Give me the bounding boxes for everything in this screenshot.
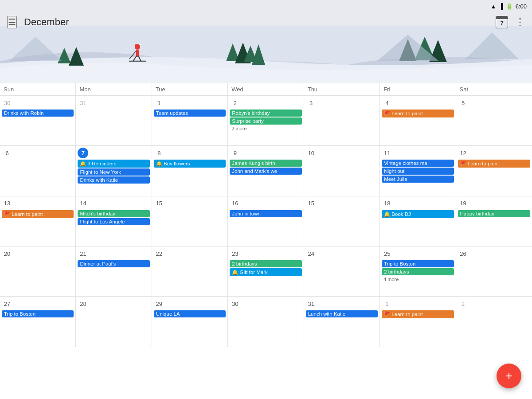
status-icons: ▲ ▐ 🔋 6:00 <box>491 3 527 10</box>
day-number: 15 <box>154 198 164 209</box>
day-number: 5 <box>458 98 469 108</box>
day-headers: SunMonTueWedThuFriSat <box>0 83 532 96</box>
day-number: 30 <box>2 98 12 108</box>
calendar-event[interactable]: 🔔 Book DJ <box>382 210 454 218</box>
day-cell[interactable]: 19Happy birthday! <box>456 196 532 246</box>
calendar-event[interactable]: John and Mark's we <box>230 168 301 175</box>
day-cell[interactable]: 24 <box>304 246 380 297</box>
day-cell[interactable]: 7🔔 3 RemindersFlight to New YorkDrinks w… <box>76 146 152 196</box>
calendar-event[interactable]: 🔔 3 Reminders <box>78 160 149 168</box>
day-cell[interactable]: 25Trip to Boston2 birthdays4 more <box>380 246 456 297</box>
day-cell[interactable]: 14Mitch's birthdayFlight to Los Angele <box>76 196 152 246</box>
calendar-event[interactable]: Flight to New York <box>78 168 149 176</box>
calendar-event[interactable]: 🚩 Learn to paint <box>2 210 74 218</box>
calendar-header: ☰ December 7 ⋮ <box>0 12 532 83</box>
calendar-event[interactable]: 🚩 Learn to paint <box>458 160 530 168</box>
day-cell[interactable]: 15 <box>304 196 380 246</box>
day-number: 21 <box>78 248 88 259</box>
day-number: 3 <box>306 98 317 108</box>
day-cell[interactable]: 1Team updates <box>152 96 228 146</box>
calendar-event[interactable]: Robyn's birthday <box>230 110 301 117</box>
more-events-link[interactable]: 2 more <box>230 125 301 132</box>
menu-button[interactable]: ☰ <box>7 16 17 28</box>
day-cell[interactable]: 3 <box>304 96 380 146</box>
calendar-event[interactable]: Vintage clothes ma <box>382 160 454 167</box>
calendar-event[interactable]: Team updates <box>154 110 226 117</box>
day-cell[interactable]: 31Lunch with Katie <box>304 297 380 347</box>
day-cell[interactable]: 10 <box>304 146 380 196</box>
day-cell[interactable]: 1🚩 Learn to paint <box>380 297 456 347</box>
day-cell[interactable]: 31 <box>76 96 152 146</box>
day-cell[interactable]: 28 <box>76 297 152 347</box>
calendar-event[interactable]: Drinks with Katie <box>78 176 149 184</box>
day-number: 31 <box>306 298 317 309</box>
calendar-event[interactable]: Night out <box>382 168 454 175</box>
day-header-sat: Sat <box>456 83 532 95</box>
day-cell[interactable]: 11Vintage clothes maNight outMeet Julia <box>380 146 456 196</box>
day-cell[interactable]: 29Unique LA <box>152 297 228 347</box>
calendar-event[interactable]: Dinner at Paul's <box>78 260 149 267</box>
calendar-event[interactable]: 🔔 Buy flowers <box>154 160 226 168</box>
day-number: 27 <box>2 298 12 309</box>
day-cell[interactable]: 2 <box>456 297 532 347</box>
day-number: 11 <box>382 148 392 158</box>
calendar-event[interactable]: 2 birthdays <box>382 268 454 275</box>
day-number: 20 <box>2 248 12 259</box>
overflow-menu-button[interactable]: ⋮ <box>515 16 525 28</box>
day-cell[interactable]: 30 <box>228 297 304 347</box>
day-cell[interactable]: 27Trip to Boston <box>0 297 76 347</box>
day-cell[interactable]: 9James Kung's birthJohn and Mark's we <box>228 146 304 196</box>
calendar-event[interactable]: 🚩 Learn to paint <box>382 310 454 318</box>
day-cell[interactable]: 20 <box>0 246 76 297</box>
day-cell[interactable]: 8🔔 Buy flowers <box>152 146 228 196</box>
day-number: 31 <box>78 98 88 108</box>
day-cell[interactable]: 12🚩 Learn to paint <box>456 146 532 196</box>
day-cell[interactable]: 6 <box>0 146 76 196</box>
calendar-event[interactable]: 🔔 Gift for Mark <box>230 268 301 276</box>
calendar-day-button[interactable]: 7 <box>496 16 508 28</box>
calendar-event[interactable]: Mitch's birthday <box>78 210 149 217</box>
day-cell[interactable]: 15 <box>152 196 228 246</box>
day-cell[interactable]: 2Robyn's birthdaySurprise party2 more <box>228 96 304 146</box>
more-events-link[interactable]: 4 more <box>382 276 454 282</box>
wifi-icon: ▲ <box>491 3 497 10</box>
signal-icon: ▐ <box>499 3 503 10</box>
add-event-fab[interactable]: + <box>497 364 521 388</box>
day-cell[interactable]: 21Dinner at Paul's <box>76 246 152 297</box>
calendar-event[interactable]: Meet Julia <box>382 176 454 183</box>
calendar-event[interactable]: Trip to Boston <box>382 260 454 267</box>
day-cell[interactable]: 26 <box>456 246 532 297</box>
day-cell[interactable]: 232 birthdays🔔 Gift for Mark <box>228 246 304 297</box>
day-cell[interactable]: 22 <box>152 246 228 297</box>
calendar-event[interactable]: Flight to Los Angele <box>78 218 149 225</box>
winter-illustration <box>0 26 532 83</box>
calendar-event[interactable]: Lunch with Katie <box>306 310 378 317</box>
day-number: 14 <box>78 198 88 209</box>
status-bar: ▲ ▐ 🔋 6:00 <box>0 0 532 12</box>
calendar-event[interactable]: Trip to Boston <box>2 310 74 317</box>
day-number: 18 <box>382 198 392 209</box>
day-cell[interactable]: 4🚩 Learn to paint <box>380 96 456 146</box>
day-number: 9 <box>230 148 240 158</box>
calendar-event[interactable]: 2 birthdays <box>230 260 301 267</box>
day-cell[interactable]: 5 <box>456 96 532 146</box>
calendar-event[interactable]: Surprise party <box>230 117 301 125</box>
calendar-event[interactable]: Happy birthday! <box>458 210 530 217</box>
calendar-event[interactable]: 🚩 Learn to paint <box>382 110 454 117</box>
day-cell[interactable]: 18🔔 Book DJ <box>380 196 456 246</box>
day-cell[interactable]: 16John in town <box>228 196 304 246</box>
day-number: 1 <box>154 98 164 108</box>
calendar-event[interactable]: John in town <box>230 210 301 217</box>
day-cell[interactable]: 13🚩 Learn to paint <box>0 196 76 246</box>
calendar-day-number: 7 <box>500 19 503 28</box>
calendar-event[interactable]: Unique LA <box>154 310 226 317</box>
day-number: 23 <box>230 248 240 259</box>
day-number: 2 <box>230 98 240 108</box>
day-number: 6 <box>2 148 12 158</box>
calendar-event[interactable]: Drinks with Robin <box>2 110 74 117</box>
calendar-event[interactable]: James Kung's birth <box>230 160 301 167</box>
day-header-thu: Thu <box>304 83 380 95</box>
day-number: 2 <box>458 298 469 309</box>
day-cell[interactable]: 30Drinks with Robin <box>0 96 76 146</box>
month-title: December <box>24 16 69 28</box>
